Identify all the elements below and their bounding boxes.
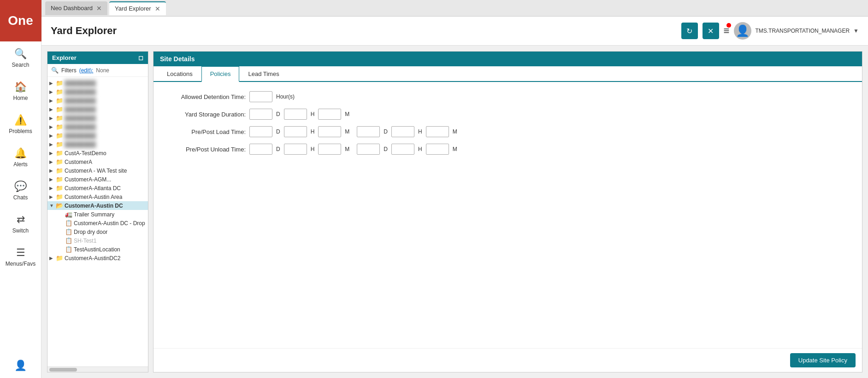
sidebar-item-search[interactable]: 🔍 Search (0, 41, 41, 75)
filter-edit-link[interactable]: (edit): (79, 67, 94, 74)
tree-item-customer-a-austin-area[interactable]: ▶ 📁 CustomerA-Austin Area (47, 192, 148, 201)
tree-item-sh-test1[interactable]: 📋 SH-Test1 (47, 236, 148, 245)
close-button[interactable]: ✕ (703, 23, 719, 39)
list-icon: 📋 (65, 237, 72, 244)
pre-load-m-input[interactable] (318, 126, 341, 137)
refresh-button[interactable]: ↻ (681, 23, 698, 39)
app-logo[interactable]: One (0, 0, 41, 41)
post-load-h-input[interactable] (391, 126, 414, 137)
folder-icon: 📁 (56, 158, 63, 165)
allowed-detention-unit: Hour(s) (276, 93, 295, 100)
user-section: 👤 TMS.TRANSPORTATION_MANAGER ▼ (734, 22, 859, 40)
tree-toggle: ▶ (49, 142, 56, 147)
update-site-policy-button[interactable]: Update Site Policy (790, 353, 856, 367)
explorer-tree: ▶ 📁 ████████ ▶ 📁 ████████ ▶ 📁 ████████ ▶… (47, 77, 148, 366)
scrollbar-thumb (49, 368, 77, 372)
pre-post-load-label: Pre/Post Load Time: (163, 128, 246, 135)
tree-item-blurred-1[interactable]: ▶ 📁 ████████ (47, 79, 148, 87)
tree-item-austin-dc-drop[interactable]: 📋 CustomerA-Austin DC - Drop (47, 219, 148, 227)
yard-storage-m-input[interactable] (318, 109, 341, 120)
site-details-panel: Site Details Locations Policies Lead Tim… (153, 51, 862, 372)
tree-item-blurred-6[interactable]: ▶ 📁 ████████ (47, 122, 148, 131)
tab-yard-explorer-close[interactable]: ✕ (155, 6, 160, 12)
folder-icon: 📁 (56, 185, 63, 192)
folder-icon: 📁 (56, 132, 63, 139)
tree-item-customer-a-wa[interactable]: ▶ 📁 CustomerA - WA Test site (47, 166, 148, 175)
page-header: Yard Explorer ↻ ✕ ≡ 👤 TMS.TRANSPORTATION… (41, 17, 868, 46)
yard-storage-label: Yard Storage Duration: (163, 111, 246, 118)
tree-item-blurred-4[interactable]: ▶ 📁 ████████ (47, 105, 148, 114)
folder-icon: 📁 (56, 123, 63, 130)
allowed-detention-input[interactable] (249, 91, 272, 102)
sidebar: One 🔍 Search 🏠 Home ⚠️ Problems 🔔 Alerts… (0, 0, 41, 378)
pre-unload-d-input[interactable] (249, 144, 272, 155)
tree-item-blurred-7[interactable]: ▶ 📁 ████████ (47, 131, 148, 140)
yard-storage-h-input[interactable] (284, 109, 307, 120)
filter-search-icon: 🔍 (51, 67, 59, 74)
yard-storage-d-input[interactable] (249, 109, 272, 120)
tree-item-customer-a-austin-dc[interactable]: ▼ 📂 CustomerA-Austin DC (47, 201, 148, 210)
tab-lead-times[interactable]: Lead Times (239, 66, 288, 82)
tab-yard-explorer[interactable]: Yard Explorer ✕ (109, 1, 166, 15)
folder-icon: 📁 (56, 115, 63, 122)
sidebar-item-chats[interactable]: 💬 Chats (0, 174, 41, 207)
switch-icon: ⇄ (17, 214, 25, 226)
pre-unload-m-input[interactable] (318, 144, 341, 155)
tree-item-blurred-5[interactable]: ▶ 📁 ████████ (47, 114, 148, 122)
folder-icon: 📁 (56, 193, 63, 200)
tab-policies[interactable]: Policies (201, 66, 240, 82)
sidebar-item-alerts[interactable]: 🔔 Alerts (0, 141, 41, 174)
header-actions: ↻ ✕ ≡ 👤 TMS.TRANSPORTATION_MANAGER ▼ (681, 22, 859, 40)
site-details-header: Site Details (154, 52, 862, 66)
tree-item-cust-a-testdemo[interactable]: ▶ 📁 CustA-TestDemo (47, 149, 148, 157)
menu-icon: ☰ (16, 247, 25, 259)
tree-item-customer-a-agm[interactable]: ▶ 📁 CustomerA-AGM... (47, 175, 148, 184)
pre-post-unload-row: Pre/Post Unload Time: D H M D H M (163, 144, 853, 155)
tree-item-customer-a[interactable]: ▶ 📁 CustomerA (47, 157, 148, 166)
pre-load-d-input[interactable] (249, 126, 272, 137)
home-icon: 🏠 (14, 81, 27, 93)
explorer-horizontal-scrollbar[interactable] (47, 366, 148, 372)
notification-badge (726, 23, 731, 28)
menu-button[interactable]: ≡ (724, 25, 730, 37)
pre-load-h-input[interactable] (284, 126, 307, 137)
post-load-d-input[interactable] (357, 126, 380, 137)
folder-icon: 📁 (56, 97, 63, 104)
sidebar-item-problems[interactable]: ⚠️ Problems (0, 108, 41, 141)
tab-neo-dashboard[interactable]: Neo Dashboard ✕ (45, 1, 107, 15)
tree-toggle: ▶ (49, 98, 56, 103)
tree-item-test-austin-location[interactable]: 📋 TestAustinLocation (47, 245, 148, 254)
tab-locations[interactable]: Locations (158, 66, 201, 82)
folder-icon: 📁 (56, 141, 63, 148)
site-footer: Update Site Policy (154, 348, 862, 372)
sidebar-item-user[interactable]: 👤 (0, 353, 41, 378)
trailer-icon: 🚛 (65, 211, 72, 218)
tree-item-blurred-8[interactable]: ▶ 📁 ████████ (47, 140, 148, 149)
tree-item-blurred-3[interactable]: ▶ 📁 ████████ (47, 96, 148, 105)
list-icon: 📋 (65, 228, 72, 235)
explorer-filter-bar: 🔍 Filters (edit): None (47, 64, 148, 77)
list-icon: 📋 (65, 246, 72, 253)
post-unload-d-input[interactable] (357, 144, 380, 155)
post-unload-h-input[interactable] (391, 144, 414, 155)
tree-item-drop-dry-door[interactable]: 📋 Drop dry door (47, 227, 148, 236)
tree-toggle: ▶ (49, 81, 56, 86)
post-unload-m-input[interactable] (426, 144, 449, 155)
tree-toggle: ▶ (49, 116, 56, 121)
tree-toggle: ▶ (49, 89, 56, 94)
tree-item-trailer-summary[interactable]: 🚛 Trailer Summary (47, 210, 148, 219)
tab-neo-dashboard-close[interactable]: ✕ (96, 5, 102, 12)
explorer-collapse-icon[interactable]: ◻ (138, 54, 143, 61)
search-icon: 🔍 (14, 48, 27, 60)
sidebar-item-home[interactable]: 🏠 Home (0, 75, 41, 108)
post-load-m-input[interactable] (426, 126, 449, 137)
tree-item-customer-a-austindc2[interactable]: ▶ 📁 CustomerA-AustinDC2 (47, 254, 148, 262)
tree-item-customer-a-atlanta[interactable]: ▶ 📁 CustomerA-Atlanta DC (47, 184, 148, 192)
sidebar-item-menus[interactable]: ☰ Menus/Favs (0, 240, 41, 273)
chat-icon: 💬 (14, 180, 27, 192)
tree-item-blurred-2[interactable]: ▶ 📁 ████████ (47, 87, 148, 96)
sidebar-item-switch[interactable]: ⇄ Switch (0, 207, 41, 240)
pre-unload-h-input[interactable] (284, 144, 307, 155)
tree-toggle: ▶ (49, 107, 56, 112)
user-dropdown-arrow[interactable]: ▼ (853, 28, 859, 34)
